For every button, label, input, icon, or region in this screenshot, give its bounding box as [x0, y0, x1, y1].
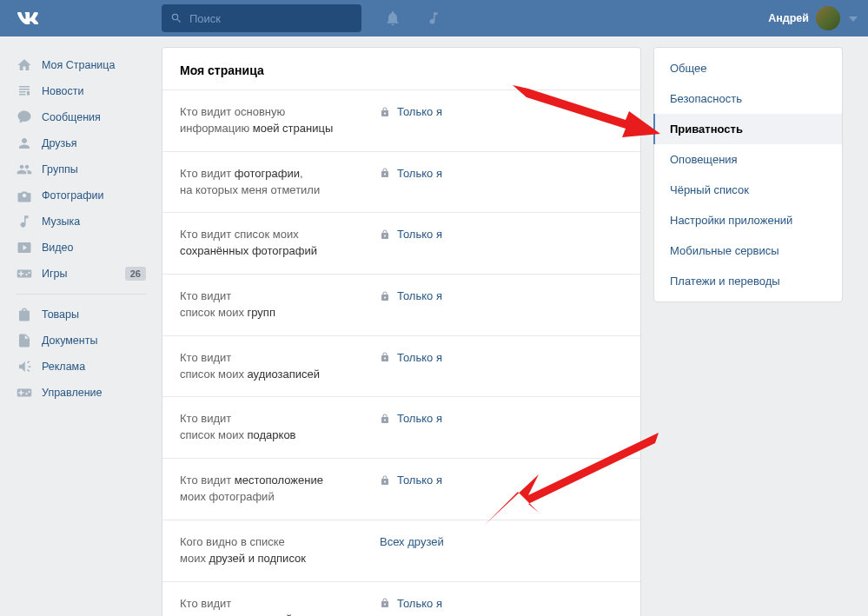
market-icon — [16, 306, 33, 323]
privacy-value[interactable]: Только я — [380, 227, 442, 241]
nav-label: Музыка — [42, 215, 80, 228]
settings-item[interactable]: Настройки приложений — [654, 205, 842, 235]
photos-icon — [16, 187, 33, 204]
games-icon — [16, 265, 33, 282]
nav-games[interactable]: Игры26 — [10, 261, 151, 287]
nav-music[interactable]: Музыка — [10, 209, 151, 235]
nav-market[interactable]: Товары — [10, 301, 151, 328]
privacy-value-text: Только я — [397, 105, 442, 118]
privacy-value[interactable]: Только я — [380, 473, 442, 487]
privacy-value-text: Только я — [397, 412, 442, 425]
content-title: Моя страница — [162, 48, 640, 89]
lock-icon — [380, 168, 390, 178]
privacy-row: Кто видит фотографии,на которых меня отм… — [162, 151, 640, 213]
notifications-icon[interactable] — [384, 10, 401, 27]
nav-label: Реклама — [42, 361, 85, 373]
nav-label: Друзья — [42, 137, 77, 149]
nav-home[interactable]: Моя Страница — [10, 52, 151, 78]
privacy-label: Кого видно в спискемоих друзей и подписо… — [180, 534, 380, 567]
lock-icon — [380, 414, 390, 424]
nav-label: Управление — [42, 387, 103, 399]
privacy-row: Кого видно в спискемоих друзей и подписо… — [162, 520, 640, 581]
music-icon — [16, 213, 33, 230]
user-menu[interactable]: Андрей — [768, 6, 858, 30]
search-input[interactable] — [189, 12, 346, 25]
nav-news[interactable]: Новости — [10, 78, 151, 104]
privacy-value-text: Всех друзей — [380, 535, 444, 548]
privacy-label: Кто видит список моихсохранённых фотогра… — [180, 227, 380, 260]
settings-item[interactable]: Чёрный список — [654, 175, 842, 205]
nav-photos[interactable]: Фотографии — [10, 182, 151, 209]
settings-item[interactable]: Приватность — [654, 114, 842, 144]
settings-nav: ОбщееБезопасностьПриватностьОповещенияЧё… — [653, 47, 843, 302]
groups-icon — [16, 161, 33, 178]
nav-label: Товары — [42, 308, 79, 321]
nav-groups[interactable]: Группы — [10, 156, 151, 182]
nav-messages[interactable]: Сообщения — [10, 104, 151, 130]
lock-icon — [380, 229, 390, 240]
nav-label: Видео — [42, 242, 74, 254]
privacy-value-text: Только я — [397, 597, 442, 610]
avatar — [816, 6, 840, 30]
nav-docs[interactable]: Документы — [10, 328, 151, 354]
settings-item[interactable]: Мобильные сервисы — [654, 235, 842, 266]
nav-label: Документы — [42, 334, 97, 347]
privacy-value-text: Только я — [397, 289, 442, 302]
privacy-label: Кто видит фотографии,на которых меня отм… — [180, 166, 380, 199]
nav-manage[interactable]: Управление — [10, 380, 151, 406]
lock-icon — [380, 352, 390, 362]
home-icon — [16, 56, 33, 74]
privacy-value[interactable]: Всех друзей — [380, 534, 444, 548]
nav-label: Фотографии — [42, 189, 103, 202]
nav-video[interactable]: Видео — [10, 235, 151, 261]
nav-divider — [16, 294, 146, 295]
privacy-value-text: Только я — [397, 167, 442, 180]
privacy-row: Кто видит местоположениемоих фотографийТ… — [162, 458, 640, 520]
privacy-label: Кто видитсписок моих подарков — [180, 411, 380, 444]
chevron-down-icon — [849, 12, 858, 24]
privacy-value[interactable]: Только я — [380, 288, 442, 302]
settings-item[interactable]: Общее — [654, 53, 842, 83]
privacy-value[interactable]: Только я — [380, 596, 442, 610]
username: Андрей — [768, 12, 809, 24]
content-panel: Моя страница Кто видит основнуюинформаци… — [162, 47, 641, 616]
nav-friends[interactable]: Друзья — [10, 130, 151, 156]
search-icon — [170, 12, 182, 24]
manage-icon — [16, 384, 33, 401]
video-icon — [16, 239, 33, 256]
nav-label: Группы — [42, 163, 78, 176]
settings-item[interactable]: Безопасность — [654, 83, 842, 114]
privacy-value-text: Только я — [397, 351, 442, 364]
privacy-value-text: Только я — [397, 228, 442, 241]
lock-icon — [380, 598, 390, 608]
nav-ads[interactable]: Реклама — [10, 354, 151, 380]
news-icon — [16, 83, 33, 100]
privacy-label: Кто видитсписок моих групп — [180, 288, 380, 321]
privacy-value[interactable]: Только я — [380, 411, 442, 425]
privacy-row: Кто видит список моихсохранённых фотогра… — [162, 212, 640, 274]
left-sidebar: Моя СтраницаНовостиСообщенияДрузьяГруппы… — [10, 47, 151, 616]
search-container[interactable] — [162, 4, 361, 32]
nav-label: Сообщения — [42, 111, 101, 123]
music-icon[interactable] — [426, 10, 441, 26]
privacy-label: Кто видитмоих скрытых друзей — [180, 596, 380, 617]
lock-icon — [380, 475, 390, 486]
privacy-label: Кто видит местоположениемоих фотографий — [180, 473, 380, 506]
nav-badge: 26 — [125, 267, 146, 281]
top-header: Андрей — [0, 0, 868, 36]
settings-item[interactable]: Платежи и переводы — [654, 266, 842, 296]
privacy-row: Кто видитсписок моих группТолько я — [162, 274, 640, 335]
lock-icon — [380, 107, 390, 117]
privacy-value[interactable]: Только я — [380, 350, 442, 364]
settings-item[interactable]: Оповещения — [654, 144, 842, 175]
privacy-value[interactable]: Только я — [380, 166, 442, 180]
privacy-row: Кто видитмоих скрытых друзейТолько я — [162, 581, 640, 617]
vk-logo[interactable] — [16, 6, 40, 30]
privacy-row: Кто видит основнуюинформацию моей страни… — [162, 89, 640, 151]
privacy-row: Кто видитсписок моих аудиозаписейТолько … — [162, 335, 640, 397]
privacy-label: Кто видит основнуюинформацию моей страни… — [180, 104, 380, 137]
ads-icon — [16, 358, 33, 375]
header-icons — [384, 10, 441, 27]
lock-icon — [380, 291, 390, 301]
privacy-value[interactable]: Только я — [380, 104, 442, 118]
